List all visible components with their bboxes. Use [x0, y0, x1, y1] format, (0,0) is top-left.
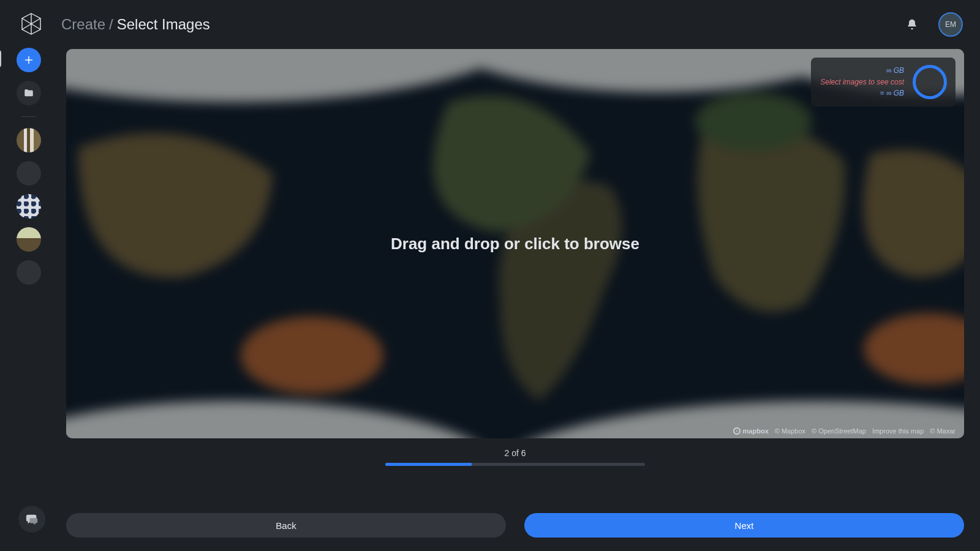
- quota-cost-hint: Select images to see cost: [820, 77, 904, 88]
- project-thumb-4[interactable]: [17, 227, 41, 252]
- quota-remaining: = ∞ GB: [820, 88, 904, 99]
- chat-icon: [25, 512, 39, 526]
- project-thumb-2[interactable]: [17, 161, 41, 186]
- user-initials: EM: [945, 20, 956, 29]
- mapbox-mark-icon: [733, 427, 741, 435]
- quota-panel: ∞ GB Select images to see cost = ∞ GB: [811, 58, 956, 107]
- attribution-improve-link[interactable]: Improve this map: [872, 427, 924, 435]
- project-rail: [12, 48, 45, 285]
- mapbox-wordmark: mapbox: [743, 427, 769, 435]
- wizard-step-fill: [385, 463, 472, 466]
- project-thumb-3[interactable]: [17, 194, 41, 219]
- breadcrumb-root[interactable]: Create: [61, 16, 105, 33]
- breadcrumb: Create / Select Images: [61, 16, 210, 33]
- back-button[interactable]: Back: [66, 513, 506, 538]
- wizard-step-label: 2 of 6: [504, 448, 526, 458]
- rail-divider: [21, 116, 36, 117]
- folder-icon: [23, 88, 34, 99]
- project-thumb-1[interactable]: [17, 128, 41, 152]
- project-thumb-5[interactable]: [17, 260, 41, 285]
- breadcrumb-current: Select Images: [117, 16, 210, 33]
- attribution-maxar-link[interactable]: © Maxar: [930, 427, 956, 435]
- rail-active-indicator: [0, 50, 1, 67]
- attribution-osm-link[interactable]: © OpenStreetMap: [812, 427, 866, 435]
- chat-button[interactable]: [18, 506, 45, 533]
- bell-icon: [906, 18, 918, 31]
- plus-icon: [23, 54, 34, 66]
- projects-folder-button[interactable]: [17, 81, 41, 105]
- breadcrumb-separator: /: [109, 16, 113, 33]
- quota-available: ∞ GB: [820, 65, 904, 77]
- next-button[interactable]: Next: [524, 513, 964, 538]
- notifications-button[interactable]: [902, 14, 922, 35]
- attribution-mapbox-link[interactable]: © Mapbox: [775, 427, 805, 435]
- quota-ring-icon: [913, 65, 947, 99]
- user-avatar[interactable]: EM: [938, 12, 963, 37]
- new-project-button[interactable]: [17, 48, 41, 72]
- image-dropzone[interactable]: Drag and drop or click to browse ∞ GB Se…: [66, 49, 964, 438]
- map-dim-overlay: [66, 49, 964, 438]
- map-attribution: mapbox © Mapbox © OpenStreetMap Improve …: [733, 427, 956, 435]
- mapbox-logo: mapbox: [733, 427, 769, 435]
- wizard-progress: 2 of 6: [66, 448, 964, 466]
- wizard-step-bar: [385, 463, 645, 466]
